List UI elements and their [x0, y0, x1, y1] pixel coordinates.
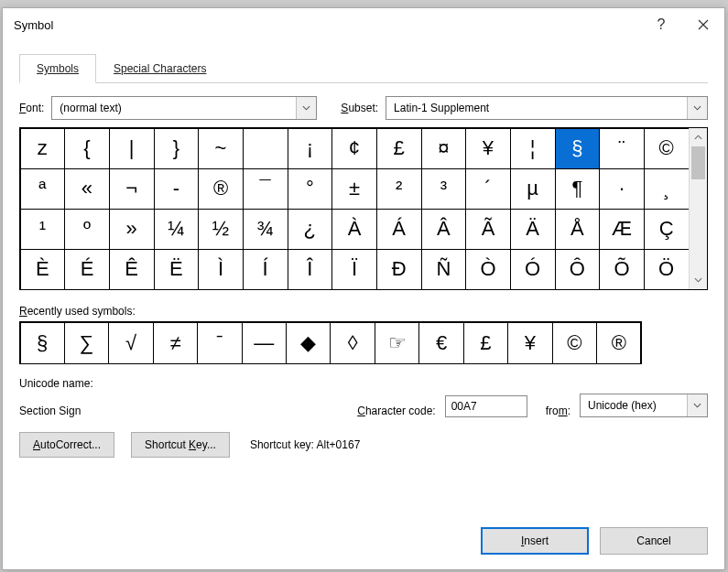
symbol-cell[interactable]: ² — [376, 168, 422, 210]
symbol-cell[interactable]: { — [64, 128, 110, 169]
from-select[interactable]: Unicode (hex) — [580, 394, 708, 417]
symbol-cell[interactable]: Ï — [331, 249, 377, 290]
recent-symbol-cell[interactable]: ◆ — [286, 322, 331, 364]
symbol-cell[interactable]: ¯ — [243, 168, 288, 210]
charcode-input[interactable] — [445, 395, 527, 417]
symbol-cell[interactable]: · — [599, 168, 645, 210]
recent-symbol-cell[interactable]: ◊ — [330, 322, 375, 364]
symbol-cell[interactable]: À — [331, 209, 377, 250]
symbol-cell[interactable]: - — [154, 168, 200, 210]
scroll-down-icon[interactable] — [690, 271, 707, 289]
symbol-cell[interactable]: Ã — [465, 209, 511, 250]
symbol-cell[interactable]: ¬ — [109, 168, 155, 210]
symbol-cell[interactable]: Ì — [198, 249, 244, 290]
symbol-cell[interactable]: Ó — [510, 249, 556, 290]
grid-scrollbar[interactable] — [689, 128, 707, 289]
symbol-cell[interactable]: ¨ — [599, 128, 645, 169]
chevron-down-icon[interactable] — [687, 97, 707, 119]
symbol-cell[interactable]: ¶ — [555, 168, 601, 210]
recent-symbol-cell[interactable]: ˉ — [197, 322, 242, 364]
symbol-cell[interactable]: § — [555, 128, 601, 169]
scroll-track[interactable] — [690, 146, 707, 271]
symbol-cell[interactable]: Í — [243, 249, 288, 290]
font-select[interactable]: (normal text) — [51, 96, 317, 120]
symbol-cell[interactable]: º — [64, 209, 110, 250]
recent-symbol-cell[interactable]: ® — [596, 322, 641, 364]
symbol-cell[interactable]: ³ — [421, 168, 467, 210]
chevron-down-icon[interactable] — [296, 97, 316, 119]
recent-symbol-cell[interactable]: √ — [108, 322, 153, 364]
symbol-cell[interactable]: ¦ — [510, 128, 556, 169]
symbol-cell[interactable]: ± — [331, 168, 377, 210]
symbol-cell[interactable]: ½ — [198, 209, 244, 250]
symbol-cell[interactable]: Ç — [644, 209, 690, 250]
symbol-cell[interactable]: © — [644, 128, 690, 169]
symbol-cell[interactable]: z — [20, 128, 66, 169]
recent-symbol-cell[interactable]: ≠ — [153, 322, 198, 364]
symbol-cell[interactable]: ¡ — [288, 128, 333, 169]
unicode-name-value: Section Sign — [19, 405, 348, 417]
symbol-cell[interactable]: « — [64, 168, 110, 210]
symbol-cell[interactable]: Ö — [644, 249, 690, 290]
tab-symbols[interactable]: Symbols — [19, 54, 96, 83]
symbol-cell[interactable]: Ê — [109, 249, 155, 290]
symbol-cell[interactable]: Î — [288, 249, 333, 290]
symbol-cell[interactable]: ~ — [198, 128, 244, 169]
font-value: (normal text) — [52, 102, 296, 114]
recent-grid: §∑√≠ˉ—◆◊☞€£¥©® — [19, 321, 642, 364]
subset-label: Subset: — [341, 102, 378, 114]
symbol-cell[interactable]: Ô — [555, 249, 601, 290]
recent-symbol-cell[interactable]: — — [242, 322, 287, 364]
symbol-cell[interactable]: ® — [198, 168, 244, 210]
symbol-cell[interactable]: ¹ — [20, 209, 66, 250]
recent-symbol-cell[interactable]: ∑ — [64, 322, 109, 364]
symbol-cell[interactable]: Ä — [510, 209, 556, 250]
symbol-cell[interactable]: ª — [20, 168, 66, 210]
symbol-cell[interactable]: È — [20, 249, 66, 290]
recent-symbol-cell[interactable]: § — [20, 322, 65, 364]
recent-label: Recently used symbols: — [19, 305, 708, 318]
symbol-cell[interactable]: Ë — [154, 249, 200, 290]
symbol-cell[interactable]: ° — [288, 168, 333, 210]
symbol-cell[interactable]: £ — [376, 128, 422, 169]
symbol-cell[interactable]: ¿ — [288, 209, 333, 250]
symbol-cell[interactable]: ´ — [465, 168, 511, 210]
symbol-cell[interactable]: Å — [555, 209, 601, 250]
symbol-cell[interactable]: ¸ — [644, 168, 690, 210]
symbol-cell[interactable]: Á — [376, 209, 422, 250]
shortcut-key-button[interactable]: Shortcut Key... — [131, 432, 230, 458]
recent-symbol-cell[interactable]: © — [552, 322, 597, 364]
symbol-cell[interactable]: Æ — [599, 209, 645, 250]
symbol-cell[interactable]: É — [64, 249, 110, 290]
scroll-thumb[interactable] — [691, 146, 705, 179]
help-button[interactable]: ? — [640, 8, 682, 41]
symbol-cell[interactable]: » — [109, 209, 155, 250]
symbol-cell[interactable]: ¢ — [331, 128, 377, 169]
scroll-up-icon[interactable] — [690, 128, 707, 146]
symbol-cell[interactable]: Â — [421, 209, 467, 250]
recent-symbol-cell[interactable]: € — [418, 322, 463, 364]
symbol-cell[interactable]: | — [109, 128, 155, 169]
symbol-cell[interactable]: } — [154, 128, 200, 169]
tab-special-characters[interactable]: Special Characters — [96, 54, 223, 83]
recent-symbol-cell[interactable]: £ — [463, 322, 508, 364]
symbol-cell[interactable]: Đ — [376, 249, 422, 290]
symbol-cell[interactable] — [243, 128, 288, 169]
symbol-cell[interactable]: ¤ — [421, 128, 467, 169]
autocorrect-button[interactable]: AutoCorrect... — [19, 432, 114, 458]
chevron-down-icon[interactable] — [687, 394, 707, 416]
symbol-cell[interactable]: ¾ — [243, 209, 288, 250]
close-button[interactable] — [682, 8, 724, 41]
recent-symbol-cell[interactable]: ¥ — [507, 322, 552, 364]
symbol-cell[interactable]: Ñ — [421, 249, 467, 290]
recent-symbol-cell[interactable]: ☞ — [375, 322, 419, 364]
symbol-cell[interactable]: ¥ — [465, 128, 511, 169]
subset-select[interactable]: Latin-1 Supplement — [386, 96, 708, 120]
symbol-cell[interactable]: ¼ — [154, 209, 200, 250]
symbol-cell[interactable]: Ò — [465, 249, 511, 290]
cancel-button[interactable]: Cancel — [600, 527, 708, 555]
insert-button[interactable]: Insert — [481, 527, 589, 555]
symbol-cell[interactable]: µ — [510, 168, 556, 210]
symbol-cell[interactable]: Õ — [599, 249, 645, 290]
font-label: Font: — [19, 102, 44, 114]
